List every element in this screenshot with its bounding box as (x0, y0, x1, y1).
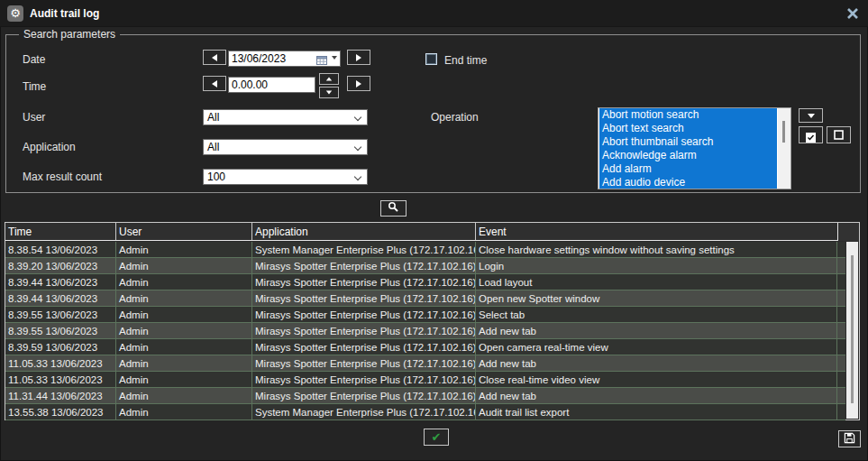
user-combobox[interactable]: All (203, 109, 368, 125)
table-row[interactable]: 13.55.38 13/06/2023AdminSystem Manager E… (5, 404, 845, 420)
table-row[interactable]: 8.39.44 13/06/2023AdminMirasys Spotter E… (5, 290, 845, 307)
cell-user: Admin (116, 290, 252, 306)
date-dropdown-icon[interactable] (332, 56, 337, 60)
operation-list-item[interactable]: Add alarm (599, 162, 777, 176)
operation-listbox-scrollbar[interactable] (778, 108, 790, 189)
cell-event: Close hardware settings window without s… (476, 242, 837, 257)
floppy-disk-icon (844, 431, 855, 447)
column-header-time[interactable]: Time (5, 223, 116, 240)
operation-dropdown-button[interactable] (799, 108, 823, 123)
table-row[interactable]: 11.05.33 13/06/2023AdminMirasys Spotter … (5, 355, 845, 372)
time-label: Time (23, 80, 46, 93)
max-result-count-combobox-value: 100 (207, 171, 225, 183)
cell-event: Add new tab (476, 323, 837, 338)
cell-filler (837, 388, 845, 403)
time-input[interactable] (228, 77, 315, 93)
operation-listbox: Abort motion searchAbort text searchAbor… (598, 107, 791, 189)
table-row[interactable]: 8.38.54 13/06/2023AdminSystem Manager En… (5, 242, 845, 258)
results-table-header: Time User Application Event (5, 223, 838, 241)
time-prev-button[interactable] (203, 76, 226, 91)
table-row[interactable]: 8.39.55 13/06/2023AdminMirasys Spotter E… (5, 323, 845, 339)
operation-list-item[interactable]: Abort text search (599, 122, 777, 135)
column-header-user[interactable]: User (116, 223, 252, 240)
calendar-icon[interactable] (316, 52, 327, 69)
time-spin-up-button[interactable] (319, 73, 339, 85)
operation-listbox-scroll-thumb[interactable] (782, 121, 785, 143)
cell-user: Admin (116, 372, 252, 387)
left-triangle-icon (212, 54, 217, 61)
cell-time: 8.39.44 13/06/2023 (5, 274, 116, 290)
cell-event: Add new tab (476, 388, 837, 403)
cell-user: Admin (116, 339, 252, 355)
cell-application: Mirasys Spotter Enterprise Plus (172.17.… (252, 258, 476, 273)
user-combobox-value: All (207, 111, 219, 124)
operation-list-item[interactable]: Acknowledge alarm (599, 149, 777, 162)
right-triangle-icon (356, 54, 361, 61)
table-row[interactable]: 8.39.59 13/06/2023AdminMirasys Spotter E… (5, 339, 845, 355)
results-table-scrollbar[interactable] (846, 242, 858, 419)
max-result-count-combobox[interactable]: 100 (203, 169, 368, 185)
table-row[interactable]: 8.39.55 13/06/2023AdminMirasys Spotter E… (5, 307, 845, 323)
cell-time: 11.05.33 13/06/2023 (5, 355, 116, 371)
operation-label: Operation (431, 111, 479, 124)
cell-user: Admin (116, 388, 252, 403)
table-row[interactable]: 8.39.44 13/06/2023AdminMirasys Spotter E… (5, 274, 845, 290)
end-time-label: End time (444, 54, 487, 67)
empty-box-icon (834, 127, 844, 143)
date-label: Date (23, 53, 45, 66)
date-next-button[interactable] (347, 50, 370, 65)
max-result-count-label: Max result count (23, 171, 102, 183)
right-triangle-icon (356, 80, 361, 88)
cell-user: Admin (116, 242, 252, 257)
cell-user: Admin (116, 274, 252, 290)
cell-application: Mirasys Spotter Enterprise Plus (172.17.… (252, 339, 476, 355)
cell-time: 8.39.44 13/06/2023 (5, 290, 116, 306)
chevron-down-icon (354, 173, 361, 180)
table-row[interactable]: 11.05.33 13/06/2023AdminMirasys Spotter … (5, 372, 845, 388)
time-next-button[interactable] (347, 76, 370, 91)
cell-filler (837, 404, 845, 420)
close-button[interactable] (846, 7, 859, 20)
cell-application: Mirasys Spotter Enterprise Plus (172.17.… (252, 372, 476, 387)
end-time-checkbox[interactable] (425, 53, 437, 65)
cell-event: Open camera real-time view (476, 339, 837, 355)
group-legend: Search parameters (19, 28, 120, 41)
cell-event: Login (476, 258, 837, 273)
close-icon (846, 7, 859, 23)
results-table: Time User Application Event 8.38.54 13/0… (5, 222, 860, 420)
time-field-wrap (228, 76, 315, 92)
operation-list-item[interactable]: Abort thumbnail search (599, 135, 777, 149)
select-all-button[interactable] (799, 126, 823, 143)
cell-filler (837, 242, 845, 257)
cell-event: Close real-time video view (476, 372, 837, 387)
up-triangle-icon (326, 78, 332, 81)
confirm-button[interactable]: ✔ (424, 429, 449, 446)
checked-box-icon (806, 130, 816, 140)
left-triangle-icon (212, 80, 217, 88)
down-triangle-icon (326, 91, 332, 95)
audit-trail-log-window: { "titlebar": { "title": "Audit trail lo… (0, 0, 868, 461)
column-header-application[interactable]: Application (252, 223, 476, 240)
search-button[interactable] (380, 200, 407, 217)
user-label: User (23, 111, 45, 124)
cell-time: 8.38.54 13/06/2023 (5, 242, 116, 257)
date-prev-button[interactable] (203, 50, 226, 65)
results-table-scroll-thumb[interactable] (851, 255, 854, 403)
column-header-event[interactable]: Event (476, 223, 837, 240)
cell-application: Mirasys Spotter Enterprise Plus (172.17.… (252, 323, 476, 338)
cell-user: Admin (116, 323, 252, 338)
table-row[interactable]: 8.39.20 13/06/2023AdminMirasys Spotter E… (5, 258, 845, 274)
operation-list-item[interactable]: Add audio device (599, 176, 777, 189)
results-table-body: 8.38.54 13/06/2023AdminSystem Manager En… (5, 242, 845, 420)
time-spin-down-button[interactable] (319, 87, 339, 98)
window-title: Audit trail log (30, 7, 99, 20)
save-button[interactable] (838, 430, 861, 447)
cell-application: System Manager Enterprise Plus (172.17.1… (252, 404, 476, 420)
application-combobox[interactable]: All (203, 139, 368, 155)
titlebar: ⚙ Audit trail log (0, 0, 868, 27)
cell-time: 8.39.55 13/06/2023 (5, 307, 116, 322)
deselect-all-button[interactable] (827, 126, 851, 143)
table-row[interactable]: 11.31.44 13/06/2023AdminMirasys Spotter … (5, 388, 845, 404)
cell-event: Open new Spotter window (476, 290, 837, 306)
operation-list-item[interactable]: Abort motion search (599, 108, 777, 122)
